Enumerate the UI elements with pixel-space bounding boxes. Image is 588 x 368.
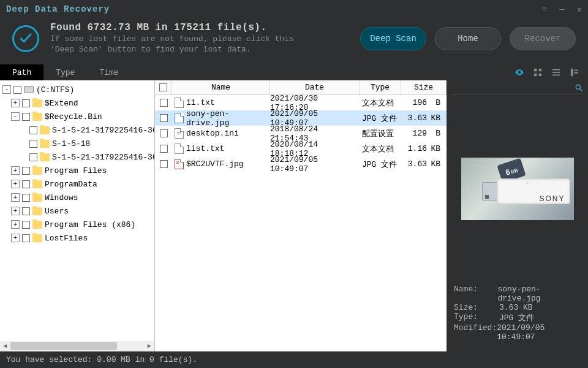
meta-type-label: Type: <box>454 312 499 323</box>
column-size[interactable]: Size <box>401 80 447 94</box>
usb-connector-icon <box>482 182 498 201</box>
tree-label: Users <box>45 207 69 216</box>
file-row[interactable]: list.txt2020/08/14 18:18:12文本文档1.16KB <box>155 141 447 156</box>
search-bar[interactable] <box>451 80 583 95</box>
column-name[interactable]: Name <box>172 80 270 94</box>
tree-item[interactable]: +$Extend <box>0 96 154 110</box>
tree-checkbox[interactable] <box>13 86 21 94</box>
deep-scan-button[interactable]: Deep Scan <box>360 27 426 50</box>
file-row[interactable]: sony-pen-drive.jpg2021/09/05 10:49:07JPG… <box>155 110 447 126</box>
tree-item[interactable]: +LostFiles <box>0 231 154 245</box>
usb-brand-label: SONY <box>539 194 565 203</box>
tree-label: LostFiles <box>45 234 88 243</box>
search-icon[interactable] <box>575 83 583 92</box>
tree-label: (C:NTFS) <box>36 85 74 94</box>
folder-tree[interactable]: - (C:NTFS) +$Extend-$Recycle.BinS-1-5-21… <box>0 80 154 340</box>
tree-horizontal-scrollbar[interactable]: ◄ ► <box>0 341 154 351</box>
tab-type[interactable]: Type <box>43 64 87 80</box>
drive-icon <box>24 86 34 93</box>
file-name: desktop.ini <box>186 129 239 138</box>
tree-item[interactable]: -$Recycle.Bin <box>0 110 154 123</box>
scroll-thumb[interactable] <box>10 342 117 350</box>
file-checkbox[interactable] <box>160 114 168 122</box>
file-type: 文本文档 <box>360 144 401 155</box>
scroll-right-icon[interactable]: ► <box>144 341 154 351</box>
hint-text: If some lost files are not found, please… <box>50 34 294 55</box>
list-view-icon[interactable] <box>551 67 561 77</box>
tree-checkbox[interactable] <box>22 99 30 107</box>
expand-toggle-icon[interactable]: + <box>11 166 20 175</box>
file-checkbox[interactable] <box>160 129 168 137</box>
scroll-track[interactable] <box>10 341 144 351</box>
file-size: 3.63KB <box>401 113 447 123</box>
expand-toggle-icon[interactable]: - <box>2 85 11 94</box>
file-icon <box>175 128 184 139</box>
column-checkbox[interactable] <box>155 80 172 94</box>
file-size: 129B <box>401 129 447 138</box>
tree-item[interactable]: +Program Files <box>0 164 154 177</box>
tree-item[interactable]: S-1-5-21-3179225416-3614492554 <box>0 123 154 137</box>
expand-toggle-icon[interactable]: + <box>11 180 20 188</box>
tree-item[interactable]: +Program Files (x86) <box>0 218 154 231</box>
grid-view-icon[interactable] <box>533 67 543 77</box>
meta-type-value: JPG 文件 <box>499 312 534 323</box>
close-icon[interactable]: ✕ <box>577 4 582 15</box>
file-checkbox[interactable] <box>160 145 168 153</box>
tree-checkbox[interactable] <box>22 194 30 202</box>
file-checkbox[interactable] <box>160 160 168 168</box>
file-name: list.txt <box>186 144 224 153</box>
file-row[interactable]: 11.txt2021/08/30 17:16:20文本文档196B <box>155 95 447 110</box>
file-name: 11.txt <box>186 98 215 107</box>
recover-button[interactable]: Recover <box>510 27 576 50</box>
minimize-icon[interactable]: — <box>559 4 564 15</box>
meta-name-label: Name: <box>454 285 497 303</box>
tree-item[interactable]: S-1-5-21-3179225416-3614492554 <box>0 150 154 164</box>
home-button[interactable]: Home <box>435 27 501 50</box>
tree-checkbox[interactable] <box>29 140 37 148</box>
file-row[interactable]: $RC2UVTF.jpg2021/09/05 10:49:07JPG 文件3.6… <box>155 156 447 172</box>
tree-checkbox[interactable] <box>29 153 37 161</box>
tree-checkbox[interactable] <box>22 234 30 242</box>
file-list-header: Name Date Type Size <box>155 80 447 95</box>
svg-rect-5 <box>552 72 560 73</box>
expand-toggle-icon[interactable]: + <box>11 193 20 202</box>
file-row[interactable]: desktop.ini2018/08/24 21:54:43配置设置129B <box>155 126 447 141</box>
menu-icon[interactable]: ≡ <box>542 4 547 15</box>
tree-label: S-1-5-21-3179225416-3614492554 <box>52 153 154 162</box>
file-checkbox[interactable] <box>160 99 168 107</box>
tree-item[interactable]: S-1-5-18 <box>0 137 154 150</box>
header-buttons: Deep Scan Home Recover <box>360 27 576 50</box>
tree-checkbox[interactable] <box>22 221 30 229</box>
preview-toggle-icon[interactable] <box>514 67 524 77</box>
tree-checkbox[interactable] <box>22 180 30 188</box>
expand-toggle-icon[interactable]: - <box>11 112 20 121</box>
scroll-left-icon[interactable]: ◄ <box>0 341 10 351</box>
tree-checkbox[interactable] <box>22 167 30 175</box>
preview-panel: 6GB SONY Name:sony-pen-drive.jpg Size:3.… <box>447 80 588 351</box>
tree-item[interactable]: +Windows <box>0 191 154 204</box>
summary-text: Found 6732.73 MB in 175211 file(s). If s… <box>50 22 294 55</box>
view-icons <box>514 64 588 80</box>
column-type[interactable]: Type <box>360 80 401 94</box>
main-area: - (C:NTFS) +$Extend-$Recycle.BinS-1-5-21… <box>0 80 588 351</box>
column-date[interactable]: Date <box>270 80 360 94</box>
tree-item[interactable]: +Users <box>0 204 154 218</box>
expand-toggle-icon[interactable]: + <box>11 99 20 107</box>
tree-label: ProgramData <box>45 180 97 189</box>
expand-toggle-icon[interactable]: + <box>11 220 20 229</box>
folder-icon <box>32 234 42 242</box>
expand-toggle-icon[interactable]: + <box>11 207 20 215</box>
status-text: You have selected: 0.00 MB in 0 file(s). <box>6 355 197 364</box>
tree-checkbox[interactable] <box>29 126 37 134</box>
folder-icon <box>32 99 42 107</box>
tree-root[interactable]: - (C:NTFS) <box>0 83 154 96</box>
tree-checkbox[interactable] <box>22 113 30 121</box>
expand-toggle-icon[interactable]: + <box>11 234 20 242</box>
tree-label: Program Files (x86) <box>45 220 135 229</box>
tree-item[interactable]: +ProgramData <box>0 177 154 191</box>
tab-path[interactable]: Path <box>0 64 43 80</box>
tab-time[interactable]: Time <box>87 64 130 80</box>
svg-point-10 <box>576 85 580 89</box>
detail-view-icon[interactable] <box>570 67 579 77</box>
tree-checkbox[interactable] <box>22 207 30 215</box>
